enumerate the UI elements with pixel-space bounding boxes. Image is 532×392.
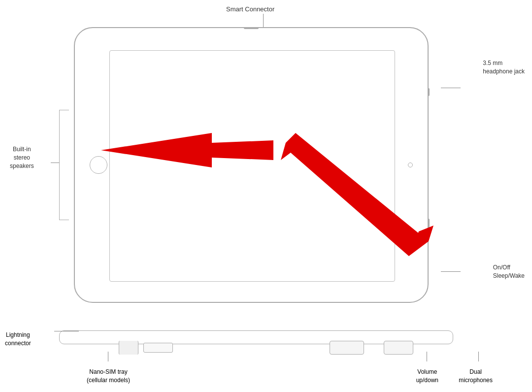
label-onoff: On/Off Sleep/Wake — [493, 263, 525, 280]
headphone-jack-button — [428, 88, 430, 96]
ipad-screen — [109, 50, 395, 282]
label-headphone-jack: 3.5 mm headphone jack — [483, 59, 525, 76]
line-nano-sim — [108, 352, 108, 361]
volume-buttons — [330, 341, 364, 355]
speaker-bracket — [59, 110, 69, 220]
home-button — [90, 156, 107, 174]
label-speakers: Built-in stereo speakers — [10, 145, 34, 170]
line-volume — [427, 352, 427, 361]
label-dual-mic: Dual microphones — [459, 368, 493, 385]
line-speakers — [51, 163, 59, 163]
line-headphone — [441, 88, 461, 88]
ipad-side-view — [59, 321, 453, 365]
ipad-front-view — [74, 27, 429, 303]
label-nano-sim: Nano-SIM tray (cellular models) — [87, 368, 130, 385]
smart-connector-notch — [244, 27, 259, 29]
line-smart-connector — [263, 14, 264, 29]
lightning-port — [119, 341, 138, 355]
line-dual-mic — [478, 352, 479, 361]
ipad-body — [74, 27, 429, 303]
line-onoff — [441, 271, 461, 272]
nano-sim-tray — [143, 343, 173, 353]
camera-dot — [408, 163, 413, 167]
line-lightning — [54, 331, 79, 331]
diagram-container: Smart Connector 3.5 mm headphone jack Bu… — [0, 0, 532, 392]
label-lightning-connector: Lightning connector — [5, 331, 31, 348]
label-volume: Volume up/down — [416, 368, 438, 385]
onoff-button — [428, 219, 430, 233]
ipad-side-body — [59, 330, 453, 344]
label-smart-connector: Smart Connector — [226, 5, 274, 14]
dual-mic-ports — [384, 341, 413, 355]
